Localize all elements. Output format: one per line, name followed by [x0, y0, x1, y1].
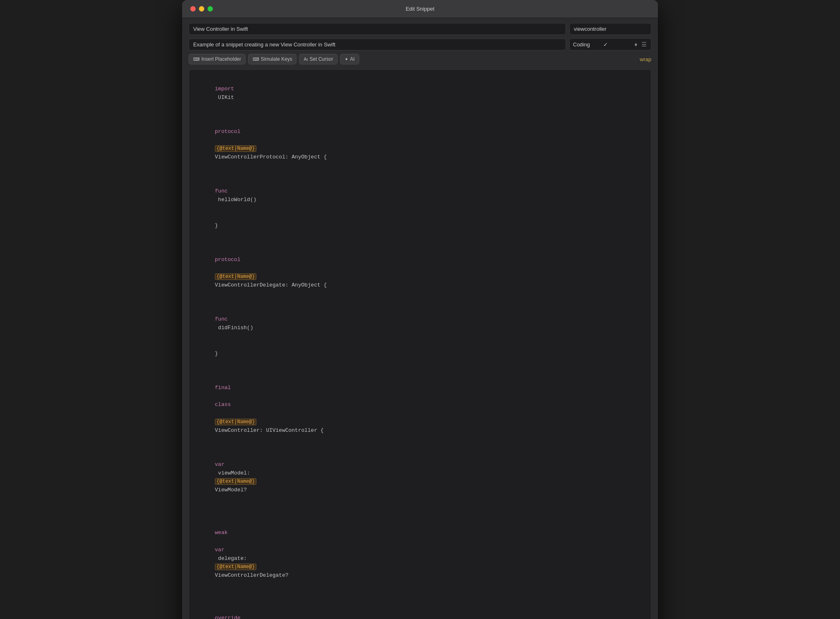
set-cursor-button[interactable]: Aı Set Cursor	[299, 54, 338, 64]
simulate-keys-button[interactable]: ⌨ Simulate Keys	[248, 54, 297, 64]
placeholder-icon: ⌨	[193, 57, 200, 62]
placeholder-2: {@text|Name@}	[215, 273, 257, 280]
toolbar: Coding ✓ ♦ ☰ ⌨ Insert Placeholder ⌨ Simu…	[182, 18, 658, 69]
toolbar-row2: Coding ✓ ♦ ☰	[189, 38, 651, 50]
scope-list-icon[interactable]: ☰	[641, 40, 648, 48]
code-line-blank-4	[196, 503, 644, 512]
code-editor[interactable]: import UIKit protocol {@text|Name@} View…	[189, 69, 651, 619]
ai-button[interactable]: ✦ AI	[340, 54, 359, 64]
scope-select[interactable]: Coding ✓ ♦ ☰	[569, 38, 651, 50]
code-line-weakvar: weak var delegate: {@text|Name@} ViewCon…	[196, 512, 644, 589]
traffic-lights	[190, 6, 213, 11]
wrap-button[interactable]: wrap	[640, 56, 651, 62]
insert-placeholder-button[interactable]: ⌨ Insert Placeholder	[189, 54, 246, 64]
cursor-icon: Aı	[304, 57, 308, 62]
code-line-blank-1	[196, 110, 644, 119]
code-line-class: final class {@text|Name@} ViewController…	[196, 375, 644, 443]
simulate-keys-icon: ⌨	[253, 57, 259, 62]
code-line-blank-3	[196, 367, 644, 375]
close-button[interactable]	[190, 6, 196, 11]
code-line-blank-2	[196, 238, 644, 247]
code-line-blank-5	[196, 589, 644, 597]
scope-label: Coding	[573, 41, 601, 48]
ai-icon: ✦	[345, 57, 348, 62]
scope-tag-icon[interactable]: ♦	[634, 40, 638, 48]
window-title: Edit Snippet	[406, 6, 434, 12]
toolbar-row1	[189, 23, 651, 35]
code-line-close2: }	[196, 341, 644, 367]
minimize-button[interactable]	[199, 6, 204, 11]
placeholder-5: {@text|Name@}	[215, 564, 257, 570]
code-line-protocol2: protocol {@text|Name@} ViewControllerDel…	[196, 247, 644, 298]
shortcut-input[interactable]	[569, 23, 651, 35]
snippet-name-input[interactable]	[189, 23, 566, 35]
maximize-button[interactable]	[208, 6, 213, 11]
keyword-import: import	[215, 86, 234, 92]
scope-action-icons: ♦ ☰	[634, 40, 648, 48]
code-line-func1: func helloWorld()	[196, 170, 644, 213]
placeholder-4: {@text|Name@}	[215, 478, 257, 485]
code-line-protocol1: protocol {@text|Name@} ViewControllerPro…	[196, 119, 644, 170]
description-input[interactable]	[189, 39, 566, 50]
placeholder-3: {@text|Name@}	[215, 419, 257, 425]
placeholder-1: {@text|Name@}	[215, 145, 257, 152]
code-line-var: var viewModel: {@text|Name@} ViewModel?	[196, 443, 644, 503]
edit-snippet-window: Edit Snippet Coding ✓ ♦ ☰ ⌨ Insert Place…	[182, 0, 658, 619]
code-line-override: override func viewDidLoad() {	[196, 597, 644, 619]
title-bar: Edit Snippet	[182, 0, 658, 18]
scope-chevron-icon: ✓	[603, 41, 631, 48]
code-line-close1: }	[196, 213, 644, 238]
code-line-1: import UIKit	[196, 76, 644, 110]
code-line-func2: func didFinish()	[196, 298, 644, 341]
